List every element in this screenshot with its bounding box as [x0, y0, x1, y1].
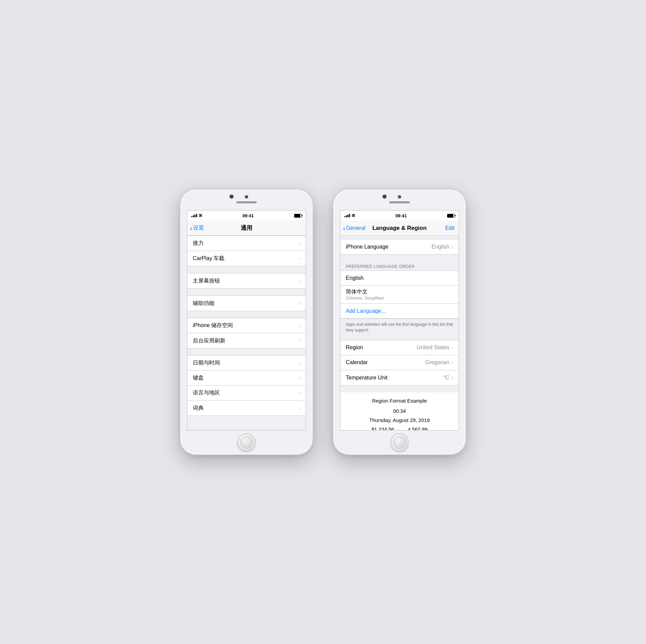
- spacer-1: [187, 266, 306, 273]
- iphone-language-value: English: [431, 244, 449, 250]
- home-button-1[interactable]: [238, 434, 255, 451]
- signal-bar-2-2: [346, 215, 347, 217]
- battery-icon-1: [294, 214, 302, 218]
- row-label-homebutton: 主屏幕按钮: [193, 277, 299, 285]
- status-time-2: 09:41: [395, 213, 407, 218]
- row-label-bgrefresh: 后台应用刷新: [193, 337, 299, 344]
- chevron-temperature: ›: [452, 375, 453, 381]
- row-label-dictionary: 词典: [193, 405, 299, 412]
- front-camera-2: [382, 194, 387, 199]
- spacer-region: [340, 386, 459, 392]
- spacer-lang-1: [340, 255, 459, 261]
- top-spacer: [340, 236, 459, 239]
- region-example-date: Thursday, August 29, 2019: [346, 416, 453, 425]
- phone-bottom-2: [391, 430, 408, 454]
- chinese-main: 简体中文: [346, 288, 453, 295]
- row-temperature[interactable]: Temperature Unit °C ›: [340, 370, 459, 385]
- front-camera: [230, 194, 234, 199]
- row-dictionary[interactable]: 词典 ›: [187, 401, 306, 416]
- row-homebutton[interactable]: 主屏幕按钮 ›: [187, 273, 306, 288]
- add-language-row[interactable]: Add Language...: [340, 304, 459, 319]
- row-label-storage: iPhone 储存空间: [193, 322, 299, 329]
- nav-bar-1: ‹ 设置 通用: [187, 221, 306, 236]
- status-bar-2: ⌘ 09:41: [340, 210, 459, 221]
- screen-1: ⌘ 09:41 ‹ 设置 通用 接力 ›: [187, 210, 306, 430]
- status-right-2: [447, 214, 455, 218]
- screen-2: ⌘ 09:41 ‹ General Language & Region Edit: [340, 210, 459, 430]
- row-calendar[interactable]: Calendar Gregorian ›: [340, 355, 459, 370]
- chevron-keyboard: ›: [299, 375, 300, 381]
- phone-bottom-1: [238, 430, 255, 454]
- row-carplay[interactable]: CarPlay 车载 ›: [187, 251, 306, 266]
- nav-bar-2: ‹ General Language & Region Edit: [340, 221, 459, 236]
- chinese-content: 简体中文 Chinese, Simplified: [346, 288, 453, 301]
- row-region[interactable]: Region United States ›: [340, 340, 459, 355]
- chevron-accessibility: ›: [299, 300, 300, 306]
- home-button-2[interactable]: [391, 434, 408, 451]
- volume-down-button: [180, 263, 181, 282]
- power-button: [312, 231, 313, 248]
- home-inner-1: [240, 436, 253, 449]
- footer-note: Apps and websites will use the first lan…: [340, 319, 459, 337]
- signal-bar-2-1: [344, 216, 345, 217]
- back-chevron-2: ‹: [343, 225, 345, 232]
- chevron-carplay: ›: [299, 255, 300, 261]
- row-iphone-language[interactable]: iPhone Language English ›: [340, 239, 459, 254]
- wifi-icon-2: ⌘: [352, 214, 355, 218]
- spacer-2: [187, 289, 306, 295]
- signal-bar-4: [196, 214, 197, 217]
- region-example-currency: $1,234.56: [371, 425, 394, 430]
- row-chinese[interactable]: 简体中文 Chinese, Simplified: [340, 286, 459, 304]
- row-label-language: 语言与地区: [193, 389, 299, 396]
- row-bgrefresh[interactable]: 后台应用刷新 ›: [187, 333, 306, 348]
- phone-top-2: [334, 190, 465, 210]
- region-example: Region Format Example 00:34 Thursday, Au…: [340, 392, 459, 430]
- preferred-lang-section: English 简体中文 Chinese, Simplified Add Lan…: [340, 270, 459, 319]
- camera-lens-2: [398, 195, 401, 199]
- status-right-1: [294, 214, 302, 218]
- chevron-iphone-language: ›: [452, 244, 453, 250]
- status-left: ⌘: [191, 214, 202, 218]
- edit-button[interactable]: Edit: [445, 225, 455, 231]
- mute-button: [180, 224, 181, 234]
- chevron-language: ›: [299, 390, 300, 396]
- region-example-title: Region Format Example: [346, 398, 453, 404]
- row-datetime[interactable]: 日期与时间 ›: [187, 356, 306, 371]
- row-keyboard[interactable]: 键盘 ›: [187, 371, 306, 386]
- signal-bar-2: [193, 215, 194, 217]
- battery-fill: [294, 214, 300, 217]
- add-language-label: Add Language...: [346, 308, 386, 314]
- volume-up-button: [180, 241, 181, 259]
- back-button-1[interactable]: ‹ 设置: [190, 224, 204, 232]
- status-time-1: 09:41: [242, 213, 254, 218]
- mute-button-2: [333, 224, 334, 234]
- phone-1: ⌘ 09:41 ‹ 设置 通用 接力 ›: [180, 189, 313, 455]
- row-label-accessibility: 辅助功能: [193, 300, 299, 307]
- region-example-number: 4,567.89: [408, 425, 427, 430]
- row-storage[interactable]: iPhone 储存空间 ›: [187, 318, 306, 333]
- row-language[interactable]: 语言与地区 ›: [187, 386, 306, 401]
- volume-down-button-2: [333, 263, 334, 282]
- iphone-language-section: iPhone Language English ›: [340, 239, 459, 255]
- region-value: United States: [417, 344, 449, 351]
- chinese-sub: Chinese, Simplified: [346, 295, 453, 301]
- row-handoff[interactable]: 接力 ›: [187, 236, 306, 251]
- row-label-keyboard: 键盘: [193, 374, 299, 382]
- back-label-1: 设置: [193, 224, 204, 232]
- row-accessibility[interactable]: 辅助功能 ›: [187, 296, 306, 311]
- group-5: 日期与时间 › 键盘 › 语言与地区 › 词典 ›: [187, 355, 306, 416]
- signal-bars-2: [344, 214, 350, 217]
- chevron-handoff: ›: [299, 240, 300, 247]
- signal-bar-2-3: [347, 215, 348, 217]
- signal-bars: [191, 214, 197, 217]
- row-english[interactable]: English: [340, 271, 459, 286]
- home-inner-2: [393, 436, 406, 449]
- chevron-storage: ›: [299, 323, 300, 329]
- back-label-2: General: [346, 225, 366, 231]
- row-label-carplay: CarPlay 车载: [193, 255, 299, 262]
- iphone-language-label: iPhone Language: [346, 244, 431, 250]
- calendar-value: Gregorian: [425, 359, 449, 366]
- group-4: iPhone 储存空间 › 后台应用刷新 ›: [187, 318, 306, 349]
- chevron-calendar: ›: [452, 359, 453, 366]
- back-button-2[interactable]: ‹ General: [343, 225, 366, 232]
